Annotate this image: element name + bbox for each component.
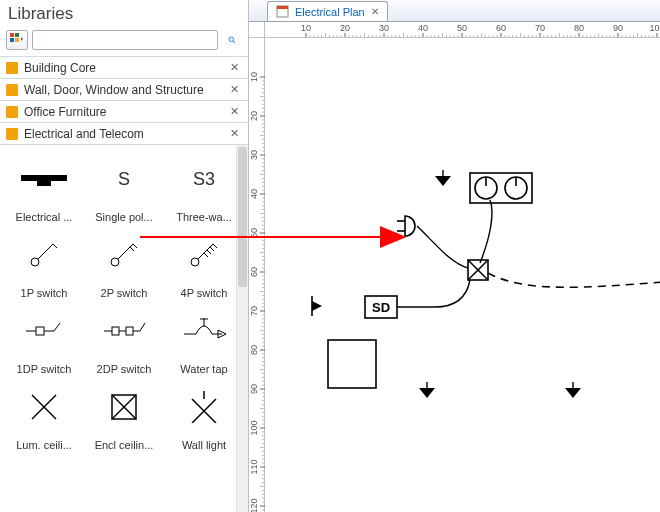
palette-scrollbar[interactable] <box>236 145 248 512</box>
svg-rect-7 <box>37 181 51 186</box>
library-category[interactable]: Office Furniture ✕ <box>0 100 248 122</box>
svg-marker-306 <box>565 388 581 398</box>
library-category-label: Office Furniture <box>24 105 106 119</box>
svg-point-4 <box>229 37 234 42</box>
shape-grid: Electrical ... SSingle pol... S3Three-wa… <box>0 145 248 512</box>
folder-icon <box>6 62 18 74</box>
shape-label: 2DP switch <box>97 363 152 375</box>
main-area: Electrical Plan ✕ 102030405060708090100 … <box>249 0 660 512</box>
library-category-label: Electrical and Telecom <box>24 127 144 141</box>
svg-text:30: 30 <box>379 23 389 33</box>
search-icon <box>228 32 236 48</box>
app-root: Libraries Building Core ✕ Wall, Door, Wi… <box>0 0 660 512</box>
drawing-canvas[interactable]: SD <box>265 38 660 512</box>
shape-label: Electrical ... <box>16 211 73 223</box>
shape-label: Wall light <box>182 439 226 451</box>
close-icon[interactable]: ✕ <box>227 83 242 96</box>
svg-rect-303 <box>328 340 376 388</box>
svg-line-5 <box>233 41 235 43</box>
svg-text:60: 60 <box>496 23 506 33</box>
svg-rect-45 <box>277 6 288 9</box>
svg-line-10 <box>53 244 57 248</box>
svg-text:10: 10 <box>249 72 259 82</box>
svg-text:40: 40 <box>418 23 428 33</box>
library-category[interactable]: Electrical and Telecom ✕ <box>0 122 248 144</box>
shape-wall-light[interactable]: Wall light <box>164 381 244 451</box>
library-search-input[interactable] <box>32 30 218 50</box>
svg-text:60: 60 <box>249 267 259 277</box>
folder-icon <box>6 128 18 140</box>
svg-rect-28 <box>126 327 133 335</box>
document-tab[interactable]: Electrical Plan ✕ <box>267 1 388 21</box>
svg-text:50: 50 <box>249 228 259 238</box>
svg-rect-6 <box>21 175 67 181</box>
sd-label: SD <box>372 300 390 315</box>
svg-text:50: 50 <box>457 23 467 33</box>
library-category-label: Wall, Door, Window and Structure <box>24 83 204 97</box>
shape-label: Single pol... <box>95 211 152 223</box>
library-search-row <box>0 30 248 56</box>
library-palette-dropdown[interactable] <box>6 30 28 50</box>
scrollbar-thumb[interactable] <box>238 147 247 287</box>
svg-rect-1 <box>15 33 19 37</box>
svg-line-17 <box>213 244 217 248</box>
close-icon[interactable]: ✕ <box>227 105 242 118</box>
library-category[interactable]: Building Core ✕ <box>0 56 248 78</box>
svg-line-18 <box>210 247 214 251</box>
shape-label: 1P switch <box>21 287 68 299</box>
svg-text:80: 80 <box>249 345 259 355</box>
shape-2dp-switch[interactable]: 2DP switch <box>84 305 164 375</box>
document-icon <box>276 5 289 18</box>
svg-text:40: 40 <box>249 189 259 199</box>
svg-point-8 <box>31 258 39 266</box>
shape-1dp-switch[interactable]: 1DP switch <box>4 305 84 375</box>
shape-label: 1DP switch <box>17 363 72 375</box>
svg-text:100: 100 <box>249 420 259 435</box>
shape-2p-switch[interactable]: 2P switch <box>84 229 164 299</box>
svg-point-11 <box>111 258 119 266</box>
shape-three-way[interactable]: S3Three-wa... <box>164 153 244 223</box>
shape-water-tap[interactable]: Water tap <box>164 305 244 375</box>
vertical-ruler[interactable]: 102030405060708090100110120 <box>249 38 265 512</box>
svg-text:70: 70 <box>535 23 545 33</box>
search-button[interactable] <box>222 30 242 50</box>
svg-line-20 <box>204 253 208 257</box>
svg-text:80: 80 <box>574 23 584 33</box>
shape-label: 2P switch <box>101 287 148 299</box>
svg-line-13 <box>133 244 137 248</box>
shape-label: Encl ceilin... <box>95 439 154 451</box>
close-icon[interactable]: ✕ <box>371 6 379 17</box>
svg-rect-2 <box>10 38 14 42</box>
svg-marker-293 <box>435 176 451 186</box>
shape-electrical[interactable]: Electrical ... <box>4 153 84 223</box>
svg-text:90: 90 <box>249 384 259 394</box>
svg-rect-3 <box>15 38 19 42</box>
canvas-content: SD <box>265 38 660 512</box>
shape-label: Three-wa... <box>176 211 232 223</box>
shape-1p-switch[interactable]: 1P switch <box>4 229 84 299</box>
svg-text:90: 90 <box>613 23 623 33</box>
folder-icon <box>6 84 18 96</box>
svg-text:20: 20 <box>249 111 259 121</box>
libraries-panel: Libraries Building Core ✕ Wall, Door, Wi… <box>0 0 249 512</box>
close-icon[interactable]: ✕ <box>227 61 242 74</box>
shape-lum-ceiling[interactable]: Lum. ceili... <box>4 381 84 451</box>
svg-line-19 <box>207 250 211 254</box>
svg-line-12 <box>118 244 133 259</box>
shape-encl-ceiling[interactable]: Encl ceilin... <box>84 381 164 451</box>
svg-text:20: 20 <box>340 23 350 33</box>
svg-rect-26 <box>112 327 119 335</box>
canvas-wrap: 102030405060708090100110120 <box>249 38 660 512</box>
shape-4p-switch[interactable]: 4P switch <box>164 229 244 299</box>
library-category[interactable]: Wall, Door, Window and Structure ✕ <box>0 78 248 100</box>
shape-label: 4P switch <box>181 287 228 299</box>
close-icon[interactable]: ✕ <box>227 127 242 140</box>
shape-label: Water tap <box>180 363 227 375</box>
shape-label: Lum. ceili... <box>16 439 72 451</box>
svg-point-15 <box>191 258 199 266</box>
svg-marker-302 <box>312 301 322 311</box>
shape-single-pole[interactable]: SSingle pol... <box>84 153 164 223</box>
horizontal-ruler[interactable]: 102030405060708090100 <box>249 22 660 38</box>
svg-text:70: 70 <box>249 306 259 316</box>
svg-line-16 <box>198 244 213 259</box>
